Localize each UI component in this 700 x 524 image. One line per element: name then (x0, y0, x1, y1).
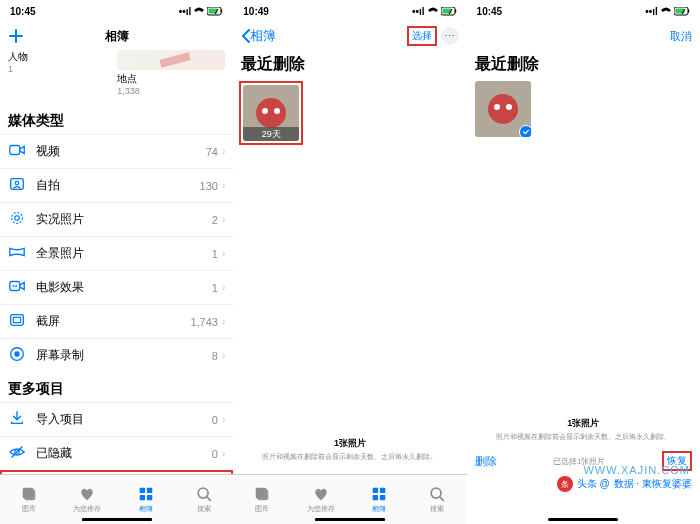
media-types-header: 媒体类型 (0, 104, 233, 134)
add-button[interactable] (8, 28, 24, 44)
svg-rect-27 (256, 488, 267, 499)
nav-bar: 相簿 (0, 22, 233, 50)
list-item-count: 74 (206, 146, 218, 158)
live-icon (8, 209, 26, 230)
list-item-count: 1 (212, 248, 218, 260)
tab-foryou[interactable]: 为您推荐 (292, 475, 350, 524)
album-footer-info: 1张照片 照片和视频在删除前会显示剩余天数。之后将永久删除。 (467, 417, 700, 442)
list-item-count: 0 (212, 414, 218, 426)
status-time: 10:45 (10, 6, 36, 17)
status-bar: 10:49 ••ıl (233, 0, 466, 22)
watermark-author: 数据 · 東恢复婆婆 (614, 477, 692, 491)
list-item-count: 2 (212, 214, 218, 226)
places-label: 地点 (117, 72, 225, 86)
album-footer-info: 1张照片 照片和视频在删除前会显示剩余天数。之后将永久删除。 (233, 437, 466, 462)
photo-count: 1张照片 (467, 417, 700, 430)
svg-rect-35 (688, 9, 689, 12)
more-button[interactable]: ⋯ (441, 27, 459, 45)
svg-rect-20 (140, 495, 145, 500)
tab-label: 搜索 (430, 504, 444, 514)
tab-albums[interactable]: 相簿 (117, 475, 175, 524)
list-item-screenshot[interactable]: 截屏 1,743 › (0, 304, 233, 338)
import-icon (8, 409, 26, 430)
tab-search[interactable]: 搜索 (408, 475, 466, 524)
tab-foryou[interactable]: 为您推荐 (58, 475, 116, 524)
selected-check-icon (519, 125, 531, 137)
back-button[interactable]: 相簿 (241, 27, 276, 45)
list-item-live[interactable]: 实况照片 2 › (0, 202, 233, 236)
photo-thumbnail[interactable]: 29天 (243, 85, 299, 141)
list-item-cinema[interactable]: 电影效果 1 › (0, 270, 233, 304)
overlay-site-text: WWW.XAJIN.COM (583, 464, 690, 476)
places-count: 1,338 (117, 86, 225, 96)
screen-albums: 10:45 ••ıl 相簿 人物 1 地点 1,338 (0, 0, 233, 524)
status-indicators: ••ıl (179, 6, 224, 17)
tab-library[interactable]: 图库 (233, 475, 291, 524)
chevron-left-icon (241, 29, 250, 43)
select-button[interactable]: 选择 (407, 26, 437, 46)
list-item-count: 1 (212, 282, 218, 294)
chevron-right-icon: › (222, 282, 225, 293)
photo-thumbnail-selected[interactable] (475, 81, 531, 137)
status-indicators: ••ıl (645, 6, 690, 17)
svg-rect-11 (11, 315, 24, 326)
list-item-label: 电影效果 (36, 279, 212, 296)
list-item-label: 视频 (36, 143, 206, 160)
list-item-record[interactable]: 屏幕录制 8 › (0, 338, 233, 372)
home-indicator (315, 518, 385, 521)
nav-bar: 取消 (467, 22, 700, 50)
chevron-right-icon: › (222, 146, 225, 157)
chevron-right-icon: › (222, 448, 225, 459)
list-item-selfie[interactable]: 自拍 130 › (0, 168, 233, 202)
cancel-button[interactable]: 取消 (670, 29, 692, 44)
list-item-import[interactable]: 导入项目 0 › (0, 402, 233, 436)
svg-point-10 (15, 285, 17, 287)
list-item-label: 实况照片 (36, 211, 212, 228)
svg-point-14 (14, 351, 19, 356)
highlighted-photo: 29天 (239, 81, 303, 145)
tab-label: 图库 (255, 504, 269, 514)
list-item-hidden[interactable]: 已隐藏 0 › (0, 436, 233, 470)
watermark-author-prefix: 头条 @ (577, 477, 610, 491)
video-icon (8, 141, 26, 162)
screen-recently-deleted: 10:49 ••ıl 相簿 选择 ⋯ 最近删除 29天 (233, 0, 466, 524)
tab-bar: 图库 为您推荐 相簿 搜索 (0, 474, 233, 524)
svg-point-9 (13, 285, 15, 287)
hidden-icon (8, 443, 26, 464)
people-label: 人物 (8, 50, 107, 64)
cinema-icon (8, 277, 26, 298)
watermark-avatar-icon: 条 (557, 476, 573, 492)
photo-count: 1张照片 (233, 437, 466, 450)
list-item-pano[interactable]: 全景照片 1 › (0, 236, 233, 270)
status-time: 10:49 (243, 6, 269, 17)
tab-label: 搜索 (197, 504, 211, 514)
tab-search[interactable]: 搜索 (175, 475, 233, 524)
list-item-count: 0 (212, 448, 218, 460)
nav-title: 相簿 (0, 28, 233, 45)
svg-rect-28 (373, 488, 378, 493)
chevron-right-icon: › (222, 350, 225, 361)
chevron-right-icon: › (222, 248, 225, 259)
delete-button[interactable]: 删除 (475, 454, 497, 469)
record-icon (8, 345, 26, 366)
watermark: 条 头条 @ 数据 · 東恢复婆婆 (557, 476, 692, 492)
list-item-count: 8 (212, 350, 218, 362)
days-remaining-badge: 29天 (243, 127, 299, 141)
tab-albums[interactable]: 相簿 (350, 475, 408, 524)
svg-rect-31 (380, 495, 385, 500)
more-items-header: 更多项目 (0, 372, 233, 402)
page-title: 最近删除 (467, 50, 700, 81)
status-time: 10:45 (477, 6, 503, 17)
places-cell[interactable]: 地点 1,338 (117, 50, 225, 96)
status-indicators: ••ıl (412, 6, 457, 17)
tab-library[interactable]: 图库 (0, 475, 58, 524)
chevron-right-icon: › (222, 316, 225, 327)
tab-bar: 图库 为您推荐 相簿 搜索 (233, 474, 466, 524)
list-item-label: 导入项目 (36, 411, 212, 428)
svg-rect-21 (147, 495, 152, 500)
list-item-label: 屏幕录制 (36, 347, 212, 364)
people-cell[interactable]: 人物 1 (8, 50, 107, 96)
list-item-video[interactable]: 视频 74 › (0, 134, 233, 168)
pano-icon (8, 243, 26, 264)
svg-rect-29 (380, 488, 385, 493)
